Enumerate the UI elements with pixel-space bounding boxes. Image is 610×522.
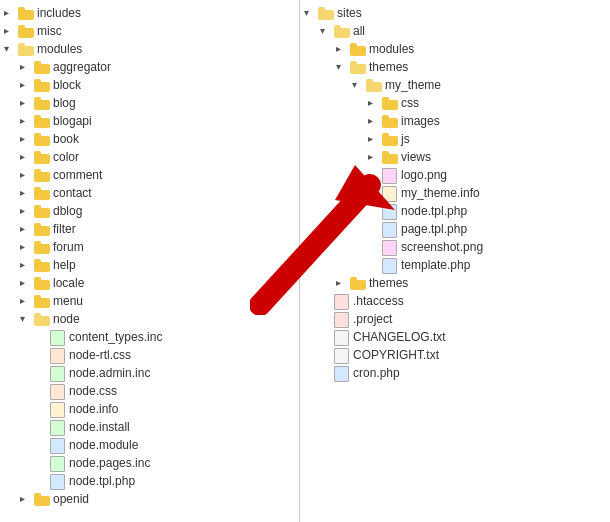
tree-item-node-info[interactable]: node.info bbox=[0, 400, 299, 418]
tree-item-cron[interactable]: cron.php bbox=[300, 364, 610, 382]
item-label: .htaccess bbox=[353, 293, 404, 309]
tree-item-aggregator[interactable]: aggregator bbox=[0, 58, 299, 76]
tree-item-modules[interactable]: modules bbox=[0, 40, 299, 58]
file-icon-php bbox=[50, 474, 66, 488]
tree-item-book[interactable]: book bbox=[0, 130, 299, 148]
tree-item-node-admin[interactable]: node.admin.inc bbox=[0, 364, 299, 382]
item-label: dblog bbox=[53, 203, 82, 219]
tree-arrow-aggregator bbox=[20, 61, 32, 73]
folder-icon bbox=[382, 115, 398, 128]
tree-arrow-locale bbox=[20, 277, 32, 289]
tree-item-contact[interactable]: contact bbox=[0, 184, 299, 202]
tree-item-all[interactable]: all bbox=[300, 22, 610, 40]
item-label: contact bbox=[53, 185, 92, 201]
tree-item-page-tpl[interactable]: page.tpl.php bbox=[300, 220, 610, 238]
folder-icon bbox=[18, 25, 34, 38]
tree-item-blogapi[interactable]: blogapi bbox=[0, 112, 299, 130]
tree-arrow-views bbox=[368, 151, 380, 163]
tree-item-forum[interactable]: forum bbox=[0, 238, 299, 256]
tree-item-color[interactable]: color bbox=[0, 148, 299, 166]
tree-arrow-comment bbox=[20, 169, 32, 181]
file-icon-info bbox=[382, 186, 398, 200]
tree-item-logo[interactable]: logo.png bbox=[300, 166, 610, 184]
item-label: screenshot.png bbox=[401, 239, 483, 255]
file-icon-inc bbox=[50, 330, 66, 344]
tree-arrow-dblog bbox=[20, 205, 32, 217]
tree-item-js[interactable]: js bbox=[300, 130, 610, 148]
tree-item-images[interactable]: images bbox=[300, 112, 610, 130]
folder-icon bbox=[34, 115, 50, 128]
tree-item-copyright[interactable]: COPYRIGHT.txt bbox=[300, 346, 610, 364]
tree-arrow-node bbox=[20, 313, 32, 325]
tree-item-my_theme_info[interactable]: my_theme.info bbox=[300, 184, 610, 202]
tree-arrow-filter bbox=[20, 223, 32, 235]
tree-item-my_theme[interactable]: my_theme bbox=[300, 76, 610, 94]
tree-arrow-css bbox=[368, 97, 380, 109]
tree-arrow-help bbox=[20, 259, 32, 271]
folder-icon bbox=[350, 43, 366, 56]
tree-item-blog[interactable]: blog bbox=[0, 94, 299, 112]
folder-icon bbox=[34, 313, 50, 326]
tree-item-includes[interactable]: includes bbox=[0, 4, 299, 22]
tree-item-themes[interactable]: themes bbox=[300, 58, 610, 76]
tree-arrow-blog bbox=[20, 97, 32, 109]
folder-icon bbox=[34, 205, 50, 218]
item-label: content_types.inc bbox=[69, 329, 162, 345]
tree-item-node-css[interactable]: node.css bbox=[0, 382, 299, 400]
tree-item-help[interactable]: help bbox=[0, 256, 299, 274]
folder-icon bbox=[34, 79, 50, 92]
item-label: block bbox=[53, 77, 81, 93]
tree-item-node-install[interactable]: node.install bbox=[0, 418, 299, 436]
tree-item-comment[interactable]: comment bbox=[0, 166, 299, 184]
tree-item-misc[interactable]: misc bbox=[0, 22, 299, 40]
tree-item-r-modules[interactable]: modules bbox=[300, 40, 610, 58]
item-label: blog bbox=[53, 95, 76, 111]
tree-item-node-tpl-php[interactable]: node.tpl.php bbox=[300, 202, 610, 220]
folder-icon bbox=[366, 79, 382, 92]
folder-icon bbox=[382, 133, 398, 146]
tree-item-changelog[interactable]: CHANGELOG.txt bbox=[300, 328, 610, 346]
item-label: themes bbox=[369, 275, 408, 291]
tree-item-project[interactable]: .project bbox=[300, 310, 610, 328]
tree-arrow-includes bbox=[4, 7, 16, 19]
tree-item-node-module[interactable]: node.module bbox=[0, 436, 299, 454]
tree-item-themes2[interactable]: themes bbox=[300, 274, 610, 292]
file-icon-inc bbox=[50, 420, 66, 434]
folder-icon bbox=[34, 277, 50, 290]
tree-item-css[interactable]: css bbox=[300, 94, 610, 112]
tree-item-sites[interactable]: sites bbox=[300, 4, 610, 22]
tree-item-views[interactable]: views bbox=[300, 148, 610, 166]
tree-item-filter[interactable]: filter bbox=[0, 220, 299, 238]
item-label: COPYRIGHT.txt bbox=[353, 347, 439, 363]
tree-item-locale[interactable]: locale bbox=[0, 274, 299, 292]
item-label: node.tpl.php bbox=[401, 203, 467, 219]
tree-arrow-js bbox=[368, 133, 380, 145]
tree-arrow-blogapi bbox=[20, 115, 32, 127]
tree-item-block[interactable]: block bbox=[0, 76, 299, 94]
item-label: help bbox=[53, 257, 76, 273]
folder-icon bbox=[34, 133, 50, 146]
tree-item-content_types[interactable]: content_types.inc bbox=[0, 328, 299, 346]
item-label: page.tpl.php bbox=[401, 221, 467, 237]
tree-item-node-tpl[interactable]: node.tpl.php bbox=[0, 472, 299, 490]
item-label: menu bbox=[53, 293, 83, 309]
item-label: forum bbox=[53, 239, 84, 255]
tree-item-dblog[interactable]: dblog bbox=[0, 202, 299, 220]
file-icon-special bbox=[334, 312, 350, 326]
tree-item-htaccess[interactable]: .htaccess bbox=[300, 292, 610, 310]
tree-item-node[interactable]: node bbox=[0, 310, 299, 328]
tree-item-template[interactable]: template.php bbox=[300, 256, 610, 274]
item-label: my_theme bbox=[385, 77, 441, 93]
folder-icon bbox=[350, 277, 366, 290]
tree-arrow-openid bbox=[20, 493, 32, 505]
tree-item-node-rtl[interactable]: node-rtl.css bbox=[0, 346, 299, 364]
tree-item-node-pages[interactable]: node.pages.inc bbox=[0, 454, 299, 472]
tree-item-openid[interactable]: openid bbox=[0, 490, 299, 508]
file-icon-png bbox=[382, 240, 398, 254]
tree-item-screenshot[interactable]: screenshot.png bbox=[300, 238, 610, 256]
tree-item-menu[interactable]: menu bbox=[0, 292, 299, 310]
item-label: node.install bbox=[69, 419, 130, 435]
item-label: modules bbox=[369, 41, 414, 57]
item-label: node.tpl.php bbox=[69, 473, 135, 489]
folder-icon bbox=[34, 295, 50, 308]
